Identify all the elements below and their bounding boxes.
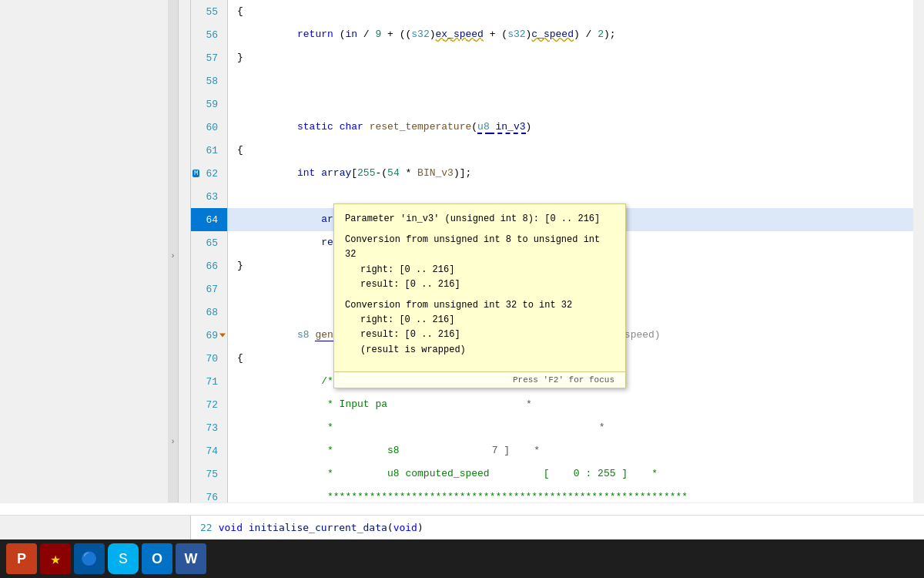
line-number: 71 [191, 370, 228, 393]
tooltip-param-text: Parameter 'in_v3' (unsigned int 8): [0 .… [345, 213, 600, 224]
tooltip-footer-text: Press 'F2' for focus [513, 375, 614, 385]
tooltip-param: Parameter 'in_v3' (unsigned int 8): [0 .… [345, 212, 614, 227]
bottom-code-preview: 22 void initialise_current_data(void) [0, 515, 924, 539]
line-number: 66 [191, 254, 228, 277]
line-number: 65 [191, 231, 228, 254]
taskbar-skype[interactable]: S [108, 543, 139, 574]
line-number: 70 [191, 347, 228, 370]
line-content: return (in / 9 + ((s32)ex_speed + (s32)c… [228, 0, 616, 69]
taskbar: P ★ 🔵 S O W [0, 539, 924, 578]
line-number-active: 64 [191, 208, 228, 231]
table-row: 60 static char reset_temperature(u8 in_v… [191, 116, 924, 139]
code-area: 55 { 56 return (in / 9 + ((s32)ex_speed … [191, 0, 924, 512]
taskbar-word[interactable]: W [176, 543, 206, 574]
tooltip-conv1-result: result: [0 .. 216] [345, 277, 614, 292]
line-number: 74 [191, 439, 228, 462]
tooltip-content: Parameter 'in_v3' (unsigned int 8): [0 .… [334, 204, 625, 371]
line-number: 55 [191, 0, 228, 23]
line-number: 75 [191, 462, 228, 486]
tooltip-conversion2: Conversion from unsigned int 32 to int 3… [345, 298, 614, 358]
taskbar-outlook[interactable]: O [142, 543, 172, 574]
tooltip-conv2-note: (result is wrapped) [345, 343, 614, 358]
line-number: 67 [191, 277, 228, 301]
line-gutter [0, 0, 191, 512]
tooltip-footer: Press 'F2' for focus [334, 371, 625, 388]
line-number: 60 [191, 116, 228, 139]
table-row: 58 [191, 69, 924, 92]
editor-container: › 55 { 56 return (in / 9 + ((s32)ex_spee… [0, 0, 924, 512]
taskbar-powerpoint[interactable]: P [6, 543, 37, 574]
vertical-scrollbar[interactable] [913, 0, 924, 512]
line-number: 56 [191, 23, 228, 46]
line-number: 63 [191, 185, 228, 208]
tooltip-conv2-result: result: [0 .. 216] [345, 328, 614, 342]
tooltip-conv1-right: right: [0 .. 216] [345, 263, 614, 277]
tooltip-conv1-title: Conversion from unsigned int 8 to unsign… [345, 233, 614, 262]
preview-line-num: 22 [200, 522, 213, 533]
tooltip-conversion1: Conversion from unsigned int 8 to unsign… [345, 233, 614, 292]
line-number: 58 [191, 69, 228, 92]
line-number: 57 [191, 46, 228, 69]
line-number: 72 [191, 393, 228, 416]
line-content: } [228, 46, 243, 69]
taskbar-bookmark[interactable]: ★ [40, 543, 71, 574]
line-number: 59 [191, 92, 228, 116]
line-content: } [228, 254, 243, 277]
line-number: 73 [191, 416, 228, 439]
table-row: 56 return (in / 9 + ((s32)ex_speed + (s3… [191, 23, 924, 46]
table-row: 62 M int array[255-(54 * BIN_v3)]; [191, 162, 924, 185]
tooltip-conv2-title: Conversion from unsigned int 32 to int 3… [345, 298, 614, 313]
line-number: 68 [191, 301, 228, 324]
line-number: 61 [191, 139, 228, 162]
tooltip-conv2-right: right: [0 .. 216] [345, 313, 614, 328]
tooltip-popup: Parameter 'in_v3' (unsigned int 8): [0 .… [333, 203, 626, 388]
scroll-bottom-arrow[interactable]: › [168, 434, 179, 449]
preview-content: void initialise_current_data(void) [219, 522, 424, 533]
taskbar-matlab[interactable]: 🔵 [74, 543, 105, 574]
line-number: 62 M [191, 162, 228, 185]
line-number: 69 [191, 324, 228, 347]
